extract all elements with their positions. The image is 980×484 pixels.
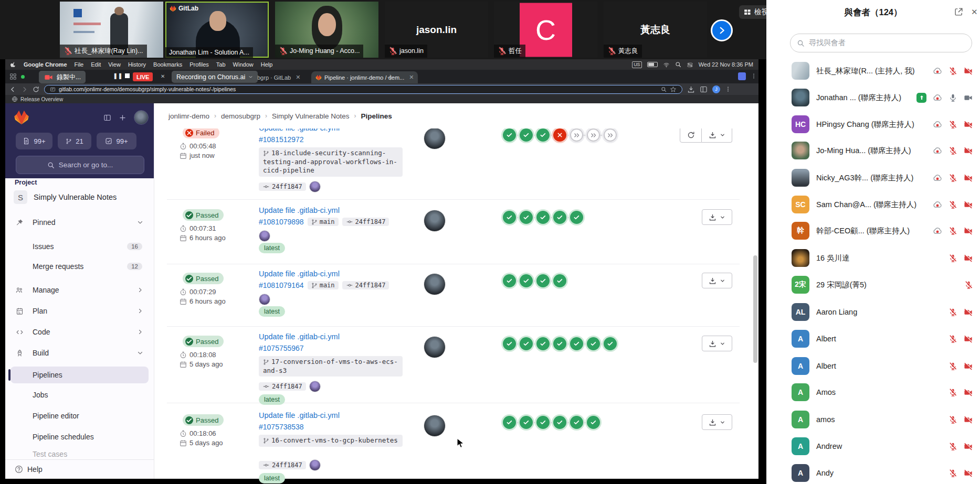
download-artifacts-button[interactable] xyxy=(702,127,732,143)
stage-pass-icon[interactable] xyxy=(553,416,566,429)
stage-pass-icon[interactable] xyxy=(503,337,516,350)
user-avatar[interactable] xyxy=(134,110,149,125)
merge-requests-count-pill[interactable]: 21 xyxy=(58,133,91,149)
stage-skip-icon[interactable] xyxy=(570,128,583,142)
sidebar-item-manage[interactable]: Manage xyxy=(10,282,149,298)
mic-muted-icon[interactable] xyxy=(949,335,957,343)
attendee-row[interactable]: AAlbert xyxy=(792,356,973,377)
download-artifacts-button[interactable] xyxy=(702,414,732,430)
attendee-row[interactable]: Jo-Ming Hua... (聯席主持人) xyxy=(792,140,973,161)
stage-pass-icon[interactable] xyxy=(503,274,516,287)
new-tab-button[interactable] xyxy=(386,73,394,81)
attendee-row[interactable]: HCHPingsy Chang (聯席主持人) xyxy=(792,114,973,135)
camera-off-icon[interactable] xyxy=(963,308,973,317)
mic-muted-icon[interactable] xyxy=(949,174,957,182)
attendee-row[interactable]: 幹幹部-CEO顧... (聯席主持人) xyxy=(792,220,973,241)
menu-bar-clock[interactable]: Wed 22 Nov 8:36 PM xyxy=(699,61,753,68)
tab-close-icon[interactable]: ✕ xyxy=(409,74,414,81)
attendee-row[interactable]: Aamos xyxy=(792,409,973,430)
stage-pass-icon[interactable] xyxy=(536,337,550,350)
stage-pass-icon[interactable] xyxy=(553,274,566,287)
camera-off-icon[interactable] xyxy=(963,254,973,263)
back-icon[interactable] xyxy=(9,86,16,93)
toolbar-menu-icon[interactable] xyxy=(725,86,731,92)
stage-pass-icon[interactable] xyxy=(520,211,533,224)
browser-tab[interactable]: bgrp · GitLab✕ xyxy=(253,71,304,83)
issues-count-pill[interactable]: 99+ xyxy=(16,133,52,149)
todos-count-pill[interactable]: 99+ xyxy=(97,133,136,149)
mic-muted-icon[interactable] xyxy=(964,281,973,289)
url-address-bar[interactable]: gitlab.com/jonlimr-demo/demosubgrp/simpl… xyxy=(44,85,682,94)
stage-pass-icon[interactable] xyxy=(536,211,550,224)
attendee-row[interactable]: Jonathan ... (聯席主持人) xyxy=(792,87,973,108)
mic-muted-icon[interactable] xyxy=(949,200,957,209)
sidebar-item-code[interactable]: Code xyxy=(10,324,149,340)
menu-item[interactable]: Tab xyxy=(216,61,226,68)
download-artifacts-button[interactable] xyxy=(702,336,732,351)
stage-pass-icon[interactable] xyxy=(553,211,566,224)
camera-icon[interactable] xyxy=(963,93,973,102)
stage-pass-icon[interactable] xyxy=(570,337,583,350)
committer-avatar[interactable] xyxy=(259,294,270,305)
pipeline-status-badge[interactable]: Failed xyxy=(183,127,219,138)
committer-avatar[interactable] xyxy=(309,181,321,192)
mic-muted-icon[interactable] xyxy=(949,67,957,76)
mic-muted-icon[interactable] xyxy=(949,120,957,129)
branch-ref-pill[interactable]: 17-conversion-of-vms-to-aws-ecs-and-s3 xyxy=(259,356,403,377)
pipeline-status-badge[interactable]: Passed xyxy=(183,209,224,221)
gitlab-search-input[interactable]: Search or go to... xyxy=(16,156,144,174)
next-videos-button[interactable] xyxy=(711,19,733,41)
sidebar-item-pipeline-schedules[interactable]: Pipeline schedules xyxy=(10,428,149,445)
attendee-row[interactable]: SCSam Chan@A... (聯席主持人) xyxy=(792,194,973,215)
camera-off-icon[interactable] xyxy=(963,67,973,76)
control-center-icon[interactable] xyxy=(687,62,693,68)
browser-profile-avatar[interactable]: J xyxy=(712,85,720,93)
mic-muted-icon[interactable] xyxy=(949,227,957,235)
menu-item[interactable]: View xyxy=(108,61,121,68)
mic-muted-icon[interactable] xyxy=(949,146,957,155)
camera-off-icon[interactable] xyxy=(963,415,973,424)
stage-pass-icon[interactable] xyxy=(503,211,516,224)
browser-menu-icon[interactable] xyxy=(751,73,757,79)
stage-pass-icon[interactable] xyxy=(587,416,600,429)
camera-off-icon[interactable] xyxy=(963,146,973,155)
branch-ref-pill[interactable]: 18-include-security-scanning-testing-and… xyxy=(259,147,403,177)
side-panel-icon[interactable] xyxy=(700,85,708,93)
pipeline-triggerer-avatar[interactable] xyxy=(424,210,446,232)
breadcrumb-item[interactable]: demosubgrp xyxy=(221,112,260,120)
tab-close-icon[interactable]: ✕ xyxy=(296,74,300,81)
spotlight-search-icon[interactable] xyxy=(675,61,681,68)
attendee-row[interactable]: Nicky_AG3幹... (聯席主持人) xyxy=(792,167,973,188)
pop-out-icon[interactable] xyxy=(954,7,963,16)
menu-item[interactable]: Bookmarks xyxy=(153,61,182,68)
bookmark-release-overview[interactable]: Release Overview xyxy=(20,96,63,102)
forward-icon[interactable] xyxy=(21,86,28,93)
committer-avatar[interactable] xyxy=(259,230,270,242)
commit-sha-pill[interactable]: 24ff1847 xyxy=(342,281,389,289)
committer-avatar[interactable] xyxy=(309,381,321,392)
mic-muted-icon[interactable] xyxy=(949,442,957,451)
site-info-icon[interactable] xyxy=(50,87,56,92)
camera-off-icon[interactable] xyxy=(963,335,973,343)
sidebar-item-build[interactable]: Build xyxy=(10,345,149,361)
camera-off-icon[interactable] xyxy=(963,388,973,397)
menu-app-name[interactable]: Google Chrome xyxy=(24,61,67,68)
attendee-row[interactable]: AAndrew xyxy=(792,436,973,457)
download-artifacts-button[interactable] xyxy=(702,209,732,225)
zoom-icon[interactable] xyxy=(661,87,667,92)
downloads-icon[interactable] xyxy=(687,85,695,93)
pipeline-triggerer-avatar[interactable] xyxy=(424,127,446,149)
camera-off-icon[interactable] xyxy=(963,200,973,209)
stage-pass-icon[interactable] xyxy=(604,337,617,350)
stage-fail-icon[interactable] xyxy=(553,128,566,142)
browser-tab[interactable]: Pipeline · jonlimr-demo / dem...✕ xyxy=(311,71,418,83)
mic-muted-icon[interactable] xyxy=(949,254,957,263)
mic-muted-icon[interactable] xyxy=(949,469,957,478)
stage-pass-icon[interactable] xyxy=(503,128,516,142)
sidebar-item-help[interactable]: Help xyxy=(5,459,154,479)
sidebar-item-issues[interactable]: Issues16 xyxy=(10,238,149,255)
sidebar-item-pipelines[interactable]: Pipelines xyxy=(10,367,149,383)
pipeline-commit-title[interactable]: Update file .gitlab-ci.yml xyxy=(259,332,340,341)
branch-ref-pill[interactable]: 16-convert-vms-to-gcp-kubernetes xyxy=(259,435,403,447)
page-scrollbar[interactable] xyxy=(753,255,757,363)
